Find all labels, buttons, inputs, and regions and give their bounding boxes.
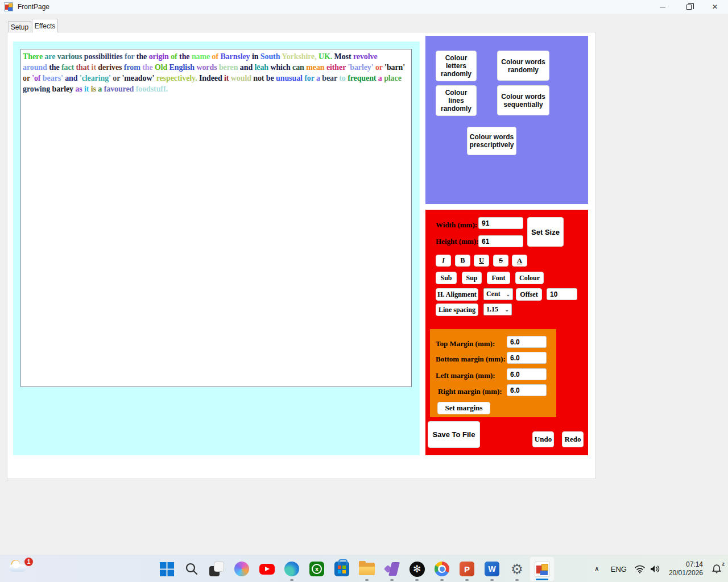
clock[interactable]: 07:14 20/01/2026 [665, 560, 706, 577]
offset-input[interactable] [547, 288, 577, 300]
colour-words-randomly-button[interactable]: Colour words randomly [497, 51, 549, 81]
word: words [196, 63, 217, 72]
bold-button[interactable]: B [455, 255, 470, 267]
left-margin-label: Left margin (mm): [436, 371, 495, 380]
do-not-disturb-bell-icon[interactable]: z [710, 562, 723, 576]
superscript-button[interactable]: Sup [462, 272, 482, 284]
word: in [252, 52, 258, 61]
word: or [23, 74, 30, 82]
height-input[interactable] [478, 235, 523, 247]
offset-button[interactable]: Offset [516, 288, 542, 301]
word: can [292, 63, 304, 72]
top-margin-input[interactable] [507, 336, 547, 348]
word: various [57, 52, 82, 61]
font-button[interactable]: Font [487, 272, 510, 284]
settings-button[interactable]: ⚙ [504, 556, 530, 581]
word: Indeed [199, 74, 222, 82]
word: is [91, 85, 96, 93]
width-input[interactable] [478, 217, 523, 229]
colour-words-prescriptively-button[interactable]: Colour words prescriptively [467, 127, 516, 155]
youtube-button[interactable] [254, 556, 279, 581]
italic-button[interactable]: I [436, 255, 451, 267]
volume-icon[interactable] [650, 563, 662, 575]
start-button[interactable] [154, 556, 179, 581]
notification-badge: 1 [24, 558, 33, 566]
word: Old [155, 63, 167, 72]
line-spacing-select[interactable]: 1.15 ⌄ [483, 304, 512, 315]
frontpage-app-button[interactable] [530, 556, 555, 581]
set-size-button[interactable]: Set Size [527, 217, 564, 247]
colour-words-sequentially-button[interactable]: Colour words sequentially [497, 85, 549, 115]
chrome-button[interactable] [429, 556, 454, 581]
minimize-button[interactable] [650, 0, 676, 14]
powerpoint-button[interactable]: P [454, 556, 479, 581]
taskbar: 1 x ✻ P W ⚙ ∧ ENG [0, 555, 728, 582]
word: the [49, 63, 59, 72]
colour-button[interactable]: Colour [515, 272, 544, 284]
xbox-button[interactable]: x [304, 556, 329, 581]
word: for [304, 74, 314, 82]
word: 'meadow' [122, 74, 154, 82]
undo-button[interactable]: Undo [532, 431, 554, 447]
minimize-icon [660, 7, 665, 7]
word: of [212, 52, 218, 61]
word: the [179, 52, 189, 61]
colour-letters-randomly-button[interactable]: Colour letters randomly [436, 51, 477, 81]
rich-text-area[interactable]: There are various possibilities for the … [20, 49, 412, 387]
word-button[interactable]: W [479, 556, 504, 581]
windows-logo-icon [160, 562, 174, 576]
running-indicator [390, 579, 394, 581]
word: name [192, 52, 210, 61]
underline-button[interactable]: U [474, 255, 489, 267]
width-label: Width (mm): [436, 221, 477, 230]
word: a [98, 85, 102, 93]
system-tray: ∧ ENG 07:14 20/01/2026 z [590, 555, 723, 582]
chatgpt-button[interactable]: ✻ [404, 556, 429, 581]
title-bar: FrontPage ✕ [0, 0, 728, 14]
sleep-z-glyph: z [722, 561, 725, 567]
close-button[interactable]: ✕ [702, 0, 728, 14]
word: barley [52, 85, 73, 93]
visual-studio-button[interactable] [379, 556, 404, 581]
h-alignment-button[interactable]: H. Alignment [436, 288, 478, 301]
redo-button[interactable]: Redo [562, 431, 584, 447]
word: beren [219, 63, 238, 72]
strikethrough-button[interactable]: S [493, 255, 508, 267]
running-indicator [465, 579, 469, 581]
search-button[interactable] [179, 556, 204, 581]
bottom-margin-input[interactable] [507, 352, 547, 364]
copilot-button[interactable] [229, 556, 254, 581]
tray-chevron-up-icon[interactable]: ∧ [590, 565, 604, 573]
file-explorer-button[interactable] [354, 556, 379, 581]
word: either [326, 63, 346, 72]
right-margin-input[interactable] [507, 384, 547, 396]
word: Barnsley [220, 52, 250, 61]
word: origin [149, 52, 169, 61]
colour-lines-randomly-button[interactable]: Colour lines randomly [436, 85, 477, 116]
word: 'barn' [384, 63, 405, 72]
set-margins-button[interactable]: Set margins [437, 402, 490, 414]
tab-setup[interactable]: Setup [8, 21, 31, 33]
subscript-button[interactable]: Sub [436, 272, 457, 284]
font-style-a-button[interactable]: A [512, 255, 527, 267]
tray-time: 07:14 [669, 560, 703, 569]
left-margin-input[interactable] [507, 368, 547, 380]
line-spacing-button[interactable]: Line spacing [436, 304, 478, 316]
save-to-file-button[interactable]: Save To File [428, 421, 480, 448]
language-indicator[interactable]: ENG [607, 565, 630, 573]
weather-widget-button[interactable]: 1 [8, 558, 34, 580]
edge-button[interactable] [279, 556, 304, 581]
word: Most [334, 52, 351, 61]
word: South [260, 52, 280, 61]
microsoft-store-button[interactable] [329, 556, 354, 581]
alignment-select[interactable]: Cent ⌄ [483, 288, 513, 300]
tab-page: There are various possibilities for the … [7, 32, 596, 479]
task-view-button[interactable] [204, 556, 229, 581]
word: possibilities [84, 52, 123, 61]
bottom-margin-label: Bottom margin (mm): [436, 355, 506, 364]
tab-effects[interactable]: Effects [32, 19, 58, 33]
chatgpt-icon: ✻ [410, 562, 425, 577]
wifi-icon[interactable] [634, 563, 646, 575]
restore-button[interactable] [676, 0, 702, 14]
active-indicator [536, 579, 548, 580]
